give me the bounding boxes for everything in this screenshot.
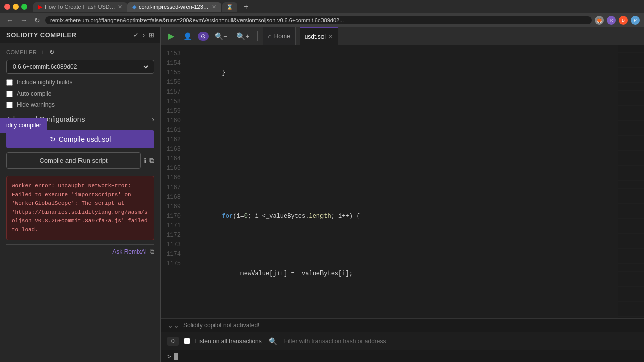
new-tab-button[interactable]: + [239, 2, 252, 11]
code-line [193, 97, 610, 107]
zoom-out-button[interactable]: 🔍− [212, 30, 230, 42]
tab-youtube[interactable]: ▶ How To Create Flash USDT | ✕ [33, 2, 127, 12]
nightly-builds-label: Include nightly builds [17, 79, 72, 86]
tab-coral-favicon: ◆ [132, 4, 136, 10]
home-tab-label: Home [274, 33, 290, 40]
arrow-right-icon[interactable]: › [143, 31, 145, 39]
sidebar-header: SOLIDITY COMPILER ✓ › ⊞ [0, 27, 160, 43]
refresh-button[interactable]: ↻ [32, 15, 42, 25]
sidebar-title: SOLIDITY COMPILER [6, 31, 129, 39]
listen-checkbox[interactable] [184, 338, 190, 344]
nightly-builds-row: Include nightly builds [6, 79, 154, 86]
tab-coral-label: coral-impressed-wren-123.m... [139, 4, 209, 10]
compile-button[interactable]: ↻ Compile usdt.sol [6, 130, 154, 148]
hide-warnings-label: Hide warnings [17, 101, 55, 108]
usdt-sol-tab[interactable]: usdt.sol ✕ [300, 27, 338, 45]
code-line: } [193, 68, 610, 78]
auto-compile-checkbox[interactable] [6, 90, 13, 97]
bottom-filter-bar: 0 Listen on all transactions 🔍 [161, 332, 644, 350]
traffic-light-red[interactable] [4, 4, 10, 10]
chevron-right-icon: › [152, 115, 154, 123]
layout-icon[interactable]: ⊞ [149, 31, 154, 39]
copilot-bar: ⌄⌄ Solidity copilot not activated! [161, 318, 644, 332]
compile-icon: ↻ [50, 135, 56, 143]
bottom-section: ⌄⌄ Solidity copilot not activated! 0 Lis… [161, 318, 644, 362]
ask-remixai-section[interactable]: Ask RemixAI ⧉ [6, 244, 154, 256]
compile-button-label: Compile usdt.sol [59, 135, 111, 143]
accounts-button[interactable]: 👤 [180, 30, 195, 42]
browser-chrome: ▶ How To Create Flash USDT | ✕ ◆ coral-i… [0, 0, 644, 27]
compiler-version-selector[interactable]: 0.6.6+commit.6c089d02 [6, 60, 154, 74]
search-button[interactable]: 🔍 [267, 336, 279, 346]
code-editor: 1153 1154 1155 1156 1157 1158 1159 1160 … [161, 45, 644, 318]
tab-loading[interactable]: ⌛ [222, 2, 237, 12]
code-line [193, 126, 610, 135]
profile-icon[interactable]: P [631, 16, 640, 25]
tab-coral[interactable]: ◆ coral-impressed-wren-123.m... ✕ [127, 2, 221, 12]
refresh-compiler-icon[interactable]: ↻ [49, 48, 55, 56]
extensions-icon[interactable]: 🦊 [595, 16, 604, 25]
info-icon[interactable]: ℹ [144, 157, 146, 165]
tab-coral-close[interactable]: ✕ [212, 4, 216, 10]
brave-icon[interactable]: B [619, 16, 628, 25]
code-line [193, 298, 610, 307]
editor-minimap [618, 45, 644, 318]
tab-close-icon[interactable]: ✕ [328, 33, 333, 40]
traffic-light-yellow[interactable] [13, 4, 19, 10]
ask-remixai-label: Ask RemixAI [112, 248, 147, 255]
hide-warnings-row: Hide warnings [6, 101, 154, 108]
line-numbers: 1153 1154 1155 1156 1157 1158 1159 1160 … [161, 45, 185, 318]
copy-icon[interactable]: ⧉ [149, 156, 154, 165]
listen-label: Listen on all transactions [195, 338, 262, 345]
check-icon[interactable]: ✓ [133, 31, 139, 39]
editor-area: ▶ 👤 ⊙ 🔍− 🔍+ ⌂ Home usdt.sol ✕ 1153 1154 … [161, 27, 644, 362]
prompt-symbol: > [167, 353, 171, 360]
copilot-text: Solidity copilot not activated! [183, 322, 259, 329]
run-button[interactable]: ▶ [165, 29, 177, 43]
home-icon: ⌂ [268, 33, 271, 40]
code-line [193, 154, 610, 164]
remix-icon[interactable]: R [607, 16, 616, 25]
auto-compile-row: Auto compile [6, 90, 154, 97]
address-bar[interactable] [45, 16, 592, 24]
editor-toolbar: ▶ 👤 ⊙ 🔍− 🔍+ ⌂ Home usdt.sol ✕ [161, 27, 644, 45]
home-tab[interactable]: ⌂ Home [263, 27, 295, 45]
traffic-light-green[interactable] [21, 4, 27, 10]
nightly-builds-checkbox[interactable] [6, 79, 13, 86]
error-text: Worker error: Uncaught NetworkError: Fai… [12, 183, 148, 233]
back-button[interactable]: ← [4, 15, 15, 25]
collapse-button[interactable]: ⌄⌄ [167, 321, 179, 329]
sidebar-tooltip: idity compiler [0, 118, 47, 133]
error-box: Worker error: Uncaught NetworkError: Fai… [6, 176, 154, 240]
cursor [174, 353, 178, 360]
tab-favicon: ▶ [38, 4, 42, 10]
add-compiler-icon[interactable]: + [41, 48, 45, 56]
compiler-version-select[interactable]: 0.6.6+commit.6c089d02 [11, 63, 150, 71]
code-line: for(i=0; i <_valueBytes.length; i++) { [193, 212, 610, 221]
copy-remixai-icon[interactable]: ⧉ [150, 248, 154, 256]
tab-youtube-close[interactable]: ✕ [118, 4, 122, 10]
compile-run-button[interactable]: Compile and Run script [6, 152, 141, 169]
solidity-compiler-sidebar: SOLIDITY COMPILER ✓ › ⊞ COMPILER + ↻ 0.6… [0, 27, 161, 362]
auto-compile-label: Auto compile [17, 90, 51, 97]
code-line [193, 183, 610, 193]
terminal-prompt: > [161, 350, 644, 362]
tab-youtube-label: How To Create Flash USDT | [45, 4, 115, 10]
zoom-in-button[interactable]: 🔍+ [233, 30, 252, 42]
code-content[interactable]: } for(i=0; i <_valueBytes.length; i++) {… [185, 45, 618, 318]
forward-button[interactable]: → [18, 15, 29, 25]
sidebar-body: COMPILER + ↻ 0.6.6+commit.6c089d02 Inclu… [0, 43, 160, 362]
usdt-sol-tab-label: usdt.sol [305, 33, 326, 40]
compiler-label: COMPILER + ↻ [6, 48, 154, 56]
toggle-button[interactable]: ⊙ [198, 32, 209, 41]
code-line [193, 240, 610, 250]
filter-input[interactable] [284, 338, 638, 345]
hide-warnings-checkbox[interactable] [6, 102, 13, 108]
compile-run-label: Compile and Run script [39, 157, 107, 164]
transaction-count: 0 [167, 337, 179, 346]
code-line: _newValue[j++] = _valueBytes[i]; [193, 269, 610, 279]
